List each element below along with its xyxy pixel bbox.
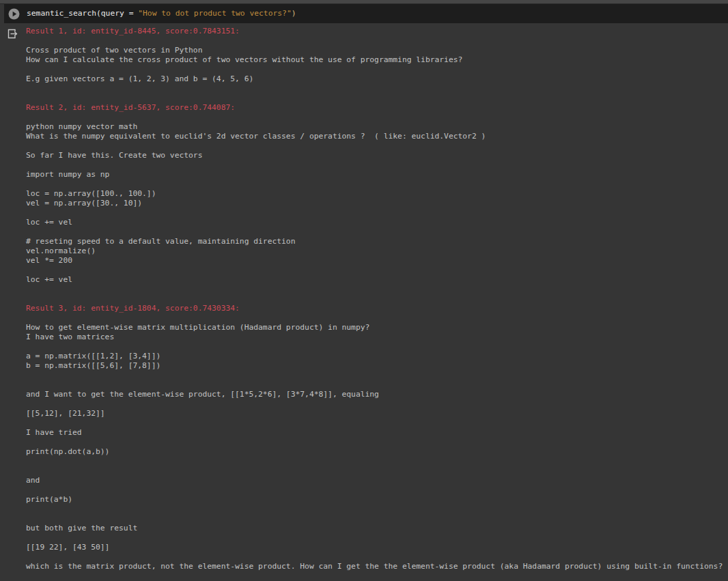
- command-bar[interactable]: semantic_search(query = "How to dot prod…: [4, 4, 728, 23]
- command-line: semantic_search(query = "How to dot prod…: [27, 9, 296, 18]
- command-query-string: "How to dot product two vectors?": [138, 9, 291, 18]
- search-results: Result 1, id: entity_id-8445, score:0.78…: [26, 23, 728, 571]
- result-section-3: Result 3, id: entity_id-1804, score:0.74…: [26, 304, 728, 571]
- command-prefix: semantic_search(query =: [27, 9, 138, 18]
- command-close-paren: ): [292, 9, 296, 18]
- play-icon[interactable]: [8, 8, 20, 20]
- result-3-header: Result 3, id: entity_id-1804, score:0.74…: [26, 304, 728, 313]
- result-2-body: python numpy vector math What is the num…: [26, 122, 728, 285]
- result-2-header: Result 2, id: entity_id-5637, score:0.74…: [26, 103, 728, 113]
- output-area: Result 1, id: entity_id-8445, score:0.78…: [0, 23, 728, 571]
- result-3-body: How to get element-wise matrix multiplic…: [26, 323, 728, 571]
- output-arrow-icon: [7, 28, 18, 40]
- result-1-body: Cross product of two vectors in Python H…: [26, 46, 728, 84]
- result-1-header: Result 1, id: entity_id-8445, score:0.78…: [26, 27, 728, 36]
- result-section-2: Result 2, id: entity_id-5637, score:0.74…: [26, 103, 728, 285]
- result-section-1: Result 1, id: entity_id-8445, score:0.78…: [26, 27, 728, 84]
